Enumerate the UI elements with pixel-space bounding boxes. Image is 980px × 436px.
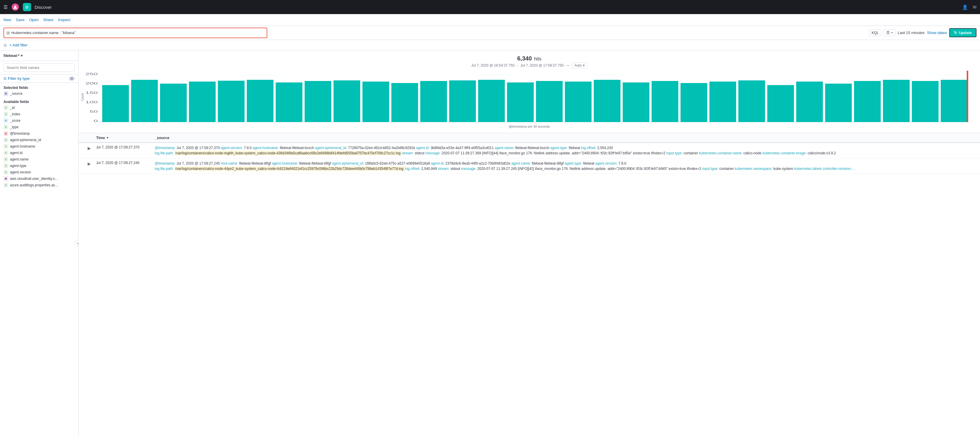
histogram-chart[interactable]: 0 50 100 150 200 250 [84, 71, 974, 123]
expand-button[interactable]: ▶ [82, 146, 96, 150]
update-button[interactable]: ↻ Update [949, 28, 977, 37]
svg-rect-19 [247, 80, 274, 122]
table-row: ▶ Jul 7, 2020 @ 17:09:27.370 @timestamp:… [78, 143, 980, 158]
field-item-azure-auditlogs[interactable]: t azure.auditlogs.properties.ac... [0, 182, 78, 188]
date-range: Jul 7, 2020 @ 16:54:37.750 - Jul 7, 2020… [84, 62, 974, 69]
sort-icon: ▼ [106, 136, 109, 139]
field-name: _score [10, 118, 21, 123]
results-table: Time ▼ _source ▶ Jul 7, 2020 @ 17:09:27.… [78, 133, 980, 436]
field-item-index[interactable]: t _index [0, 111, 78, 117]
field-name: agent.id [10, 151, 22, 155]
source-column-header: _source [155, 136, 977, 140]
svg-rect-34 [681, 83, 707, 122]
svg-rect-28 [507, 83, 534, 122]
svg-point-1 [14, 6, 16, 8]
field-item-type[interactable]: t _type [0, 124, 78, 130]
auto-chevron-icon: ▾ [583, 63, 585, 67]
field-name-source: _source [10, 91, 22, 96]
date-dash: — [566, 63, 570, 67]
field-item-agent-type[interactable]: t agent.type [0, 163, 78, 169]
field-name: agent.ephemeral_id [10, 138, 41, 142]
field-type-icon-hash: # [3, 118, 8, 123]
auto-select-button[interactable]: Auto ▾ [572, 62, 587, 69]
svg-text:50: 50 [89, 110, 98, 113]
time-range-label: Last 15 minutes [898, 30, 924, 35]
source-cell: @timestamp: Jul 7, 2020 @ 17:09:27.245 h… [155, 161, 977, 171]
add-filter-button[interactable]: + Add filter [10, 43, 27, 47]
field-item-hostname[interactable]: t agent.hostname [0, 143, 78, 150]
field-item-aws-cloudtrail[interactable]: ⊕ aws.cloudtrail.user_identity.s... [0, 176, 78, 182]
top-bar: ☰ D Discover 👤 ✉ [0, 0, 980, 14]
field-name: @timestamp [10, 131, 30, 136]
field-item-agent-id[interactable]: t agent.id [0, 150, 78, 156]
kql-button[interactable]: KQL [869, 30, 881, 36]
inspect-button[interactable]: Inspect [58, 16, 70, 23]
svg-rect-31 [594, 80, 620, 122]
field-name: aws.cloudtrail.user_identity.s... [10, 177, 58, 181]
index-pattern-selector[interactable]: filebeat-* ▾ [0, 51, 78, 61]
svg-rect-16 [160, 84, 187, 122]
app-title: Discover [35, 5, 52, 10]
sidebar: filebeat-* ▾ ◀ ⊙ Filter by type 0 Select… [0, 51, 78, 436]
user-icon[interactable]: 👤 [962, 5, 968, 10]
hamburger-menu[interactable]: ☰ [3, 5, 8, 10]
open-button[interactable]: Open [29, 16, 39, 23]
field-item-ephemeral-id[interactable]: t agent.ephemeral_id [0, 137, 78, 143]
svg-text:0: 0 [94, 120, 98, 123]
filter-by-type-button[interactable]: ⊙ Filter by type [3, 76, 30, 81]
svg-rect-21 [304, 81, 331, 122]
svg-rect-38 [796, 81, 823, 122]
field-name: _type [10, 125, 19, 129]
query-input-wrapper: ⊞ ▾ [3, 27, 267, 38]
field-item-agent-version[interactable]: t agent.version [0, 169, 78, 176]
field-item-timestamp[interactable]: @ @timestamp [0, 130, 78, 137]
share-button[interactable]: Share [43, 16, 53, 23]
field-type-icon-t: t [3, 137, 8, 142]
index-pattern-label: filebeat-* [3, 53, 20, 58]
log-field: @timestamp: [155, 161, 175, 166]
show-dates-button[interactable]: Show dates [927, 30, 947, 35]
time-picker-button[interactable]: 🗓 ▾ [884, 29, 895, 36]
hits-count: 6,340 [517, 55, 532, 62]
time-column-header[interactable]: Time ▼ [96, 136, 155, 140]
expand-button[interactable]: ▶ [82, 161, 96, 166]
mail-icon[interactable]: ✉ [973, 5, 977, 10]
chart-header: 6,340 hits Jul 7, 2020 @ 16:54:37.750 - … [84, 55, 974, 69]
field-name: agent.name [10, 157, 29, 161]
field-type-icon-t: t [3, 150, 8, 155]
field-name: _id [10, 105, 15, 110]
svg-rect-18 [218, 81, 244, 122]
svg-rect-14 [102, 85, 129, 122]
search-bar: ⊞ ▾ KQL 🗓 ▾ Last 15 minutes Show dates ↻… [0, 26, 980, 40]
selected-fields-label: Selected fields [0, 85, 78, 90]
svg-rect-32 [623, 83, 649, 122]
field-item-source[interactable]: ⊡ _source [0, 90, 78, 97]
svg-rect-44 [941, 80, 967, 122]
field-item-id[interactable]: t _id [0, 104, 78, 111]
new-button[interactable]: New [3, 16, 11, 23]
field-item-agent-name[interactable]: t agent.name [0, 156, 78, 163]
svg-rect-15 [131, 80, 158, 122]
time-cell: Jul 7, 2020 @ 17:09:27.245 [96, 161, 155, 165]
field-type-icon-t: t [3, 144, 8, 149]
query-input[interactable] [13, 30, 264, 35]
field-type-icon-t: t [3, 170, 8, 174]
field-name: azure.auditlogs.properties.ac... [10, 183, 58, 187]
filter-type-icon: ⊙ [3, 76, 7, 81]
main-layout: filebeat-* ▾ ◀ ⊙ Filter by type 0 Select… [0, 51, 980, 436]
field-type-icon-t: t [3, 163, 8, 168]
svg-rect-20 [276, 83, 302, 122]
svg-rect-29 [536, 81, 563, 122]
table-header: Time ▼ _source [78, 133, 980, 143]
field-type-icon-date: @ [3, 131, 8, 136]
svg-rect-30 [565, 81, 592, 122]
svg-rect-24 [391, 83, 418, 122]
svg-rect-36 [738, 80, 765, 122]
hits-label: hits [534, 56, 541, 61]
filter-icon[interactable]: ⊙ [3, 43, 7, 48]
save-button[interactable]: Save [16, 16, 25, 23]
field-item-score[interactable]: # _score [0, 117, 78, 124]
field-type-icon-t: t [3, 157, 8, 162]
search-fields-wrapper [0, 61, 78, 75]
search-fields-input[interactable] [3, 63, 75, 72]
